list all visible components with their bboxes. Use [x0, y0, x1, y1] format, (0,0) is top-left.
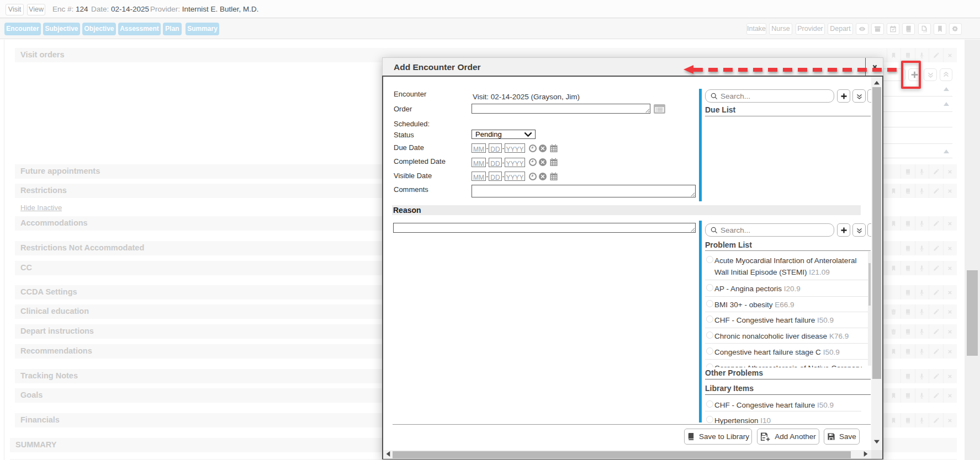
- book-icon[interactable]: [900, 216, 915, 231]
- order-input[interactable]: [472, 105, 650, 114]
- radio-button[interactable]: [706, 284, 713, 291]
- visit-button[interactable]: Visit: [6, 4, 24, 15]
- nurse-button[interactable]: Nurse: [769, 23, 792, 35]
- due-add-button[interactable]: [837, 89, 850, 103]
- bookmark-icon[interactable]: [887, 184, 901, 198]
- close-icon[interactable]: [943, 164, 957, 179]
- clear-date-button[interactable]: [538, 172, 547, 181]
- tab-subjective[interactable]: Subjective: [43, 23, 80, 35]
- close-icon[interactable]: [943, 184, 957, 198]
- microphone-icon[interactable]: [915, 324, 929, 339]
- provider-button[interactable]: Provider: [796, 23, 825, 35]
- page-scrollbar-track[interactable]: [965, 40, 980, 460]
- radio-button[interactable]: [706, 363, 713, 367]
- calendar-button[interactable]: [549, 144, 558, 153]
- bookmark-icon[interactable]: [887, 48, 901, 62]
- collapse-triangle-icon[interactable]: [944, 87, 949, 91]
- depart-button[interactable]: Depart: [828, 23, 853, 35]
- due-date-dd-input[interactable]: [489, 146, 501, 154]
- calendar-button[interactable]: [549, 158, 558, 167]
- close-icon[interactable]: [943, 369, 957, 383]
- microphone-icon[interactable]: [915, 344, 929, 359]
- intake-button[interactable]: Intake: [746, 23, 766, 35]
- scroll-down-icon[interactable]: [874, 440, 880, 444]
- completed-date-dd-input[interactable]: [489, 159, 501, 168]
- close-icon[interactable]: [943, 324, 957, 339]
- calendar-button[interactable]: [549, 172, 558, 181]
- pencil-icon[interactable]: [929, 184, 943, 198]
- book-icon[interactable]: [900, 344, 915, 359]
- close-icon[interactable]: [943, 241, 957, 255]
- visible-date-dd-input[interactable]: [489, 174, 501, 182]
- book-icon[interactable]: [900, 369, 915, 383]
- pencil-icon[interactable]: [929, 388, 943, 403]
- problem-item[interactable]: Chronic nonalcoholic liver disease K76.9: [705, 330, 868, 342]
- microphone-icon[interactable]: [915, 261, 929, 275]
- due-date-mm-input[interactable]: [472, 146, 485, 154]
- modal-scrollbar-thumb[interactable]: [872, 87, 881, 379]
- problem-item-clipped[interactable]: Coronary Atherosclerosis of Native Coron…: [705, 362, 868, 367]
- clear-date-button[interactable]: [538, 144, 547, 153]
- archive-icon-button[interactable]: [871, 23, 884, 35]
- radio-button[interactable]: [706, 400, 713, 408]
- bookmark-icon[interactable]: [887, 344, 901, 359]
- gears-icon-button[interactable]: [949, 23, 962, 35]
- add-another-button[interactable]: Add Another: [757, 429, 819, 445]
- pencil-icon[interactable]: [929, 413, 943, 427]
- tab-encounter[interactable]: Encounter: [4, 23, 41, 35]
- pencil-icon[interactable]: [929, 285, 943, 299]
- view-button[interactable]: View: [27, 4, 45, 15]
- copy-icon-button[interactable]: [918, 23, 931, 35]
- tab-assessment[interactable]: Assessment: [118, 23, 161, 35]
- tab-objective[interactable]: Objective: [82, 23, 116, 35]
- tab-summary[interactable]: Summary: [186, 23, 219, 35]
- page-scrollbar-thumb[interactable]: [967, 270, 978, 356]
- book-icon[interactable]: [900, 388, 915, 403]
- problem-item[interactable]: Acute Myocardial Infarction of Anterolat…: [705, 255, 868, 279]
- problem-search-input[interactable]: [721, 224, 831, 236]
- resize-grip-icon[interactable]: [645, 108, 650, 113]
- eye-icon-button[interactable]: [856, 23, 868, 35]
- due-date-yyyy-input[interactable]: [505, 146, 525, 154]
- save-to-library-button[interactable]: Save to Library: [684, 429, 752, 445]
- book-icon[interactable]: [900, 324, 915, 339]
- visible-date-yyyy-input[interactable]: [505, 174, 525, 182]
- collapse-triangle-icon[interactable]: [944, 149, 949, 153]
- book-icon[interactable]: [900, 285, 915, 299]
- library-item[interactable]: CHF - Congestive heart failure I50.9: [705, 399, 868, 411]
- microphone-icon[interactable]: [915, 241, 929, 255]
- trash-icon[interactable]: [887, 304, 901, 319]
- microphone-icon[interactable]: [915, 216, 929, 231]
- book-icon[interactable]: [900, 241, 915, 255]
- comments-input[interactable]: [472, 185, 695, 197]
- close-icon[interactable]: [943, 304, 957, 319]
- close-icon[interactable]: [943, 216, 957, 231]
- pencil-icon[interactable]: [929, 261, 943, 275]
- calendar-check-icon-button[interactable]: [887, 23, 899, 35]
- collapse-all-button[interactable]: [940, 68, 952, 81]
- status-select[interactable]: Pending: [472, 130, 536, 139]
- close-icon[interactable]: [943, 261, 957, 275]
- pencil-icon[interactable]: [929, 369, 943, 383]
- pencil-icon[interactable]: [929, 241, 943, 255]
- pencil-icon[interactable]: [929, 344, 943, 359]
- pencil-icon[interactable]: [929, 48, 943, 62]
- book-icon[interactable]: [900, 261, 915, 275]
- book-icon[interactable]: [900, 304, 915, 319]
- close-icon[interactable]: [943, 285, 957, 299]
- problem-item[interactable]: CHF - Congestive heart failure I50.9: [705, 314, 868, 326]
- scroll-right-icon[interactable]: [864, 451, 868, 457]
- radio-button[interactable]: [706, 331, 713, 339]
- radio-button[interactable]: [706, 256, 713, 263]
- bookmark-icon[interactable]: [887, 261, 901, 275]
- clear-date-button[interactable]: [538, 158, 547, 167]
- collapse-triangle-icon[interactable]: [944, 102, 949, 106]
- problem-list-scrollbar-thumb[interactable]: [868, 263, 871, 306]
- radio-button[interactable]: [706, 300, 713, 307]
- clock-icon-button[interactable]: [528, 158, 537, 167]
- bookmark-icon[interactable]: [887, 216, 901, 231]
- hide-inactive-link[interactable]: Hide Inactive: [20, 204, 62, 212]
- pencil-icon[interactable]: [929, 304, 943, 319]
- pencil-icon[interactable]: [929, 324, 943, 339]
- bookmark-icon[interactable]: [887, 388, 901, 403]
